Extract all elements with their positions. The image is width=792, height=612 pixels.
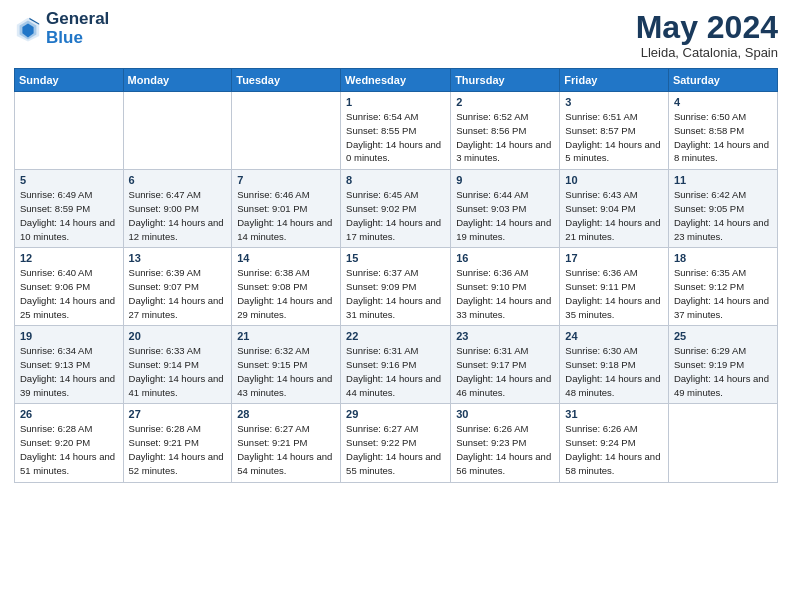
calendar-week-row: 5Sunrise: 6:49 AMSunset: 8:59 PMDaylight…	[15, 170, 778, 248]
day-number: 2	[456, 96, 554, 108]
day-number: 4	[674, 96, 772, 108]
day-number: 16	[456, 252, 554, 264]
calendar-cell: 5Sunrise: 6:49 AMSunset: 8:59 PMDaylight…	[15, 170, 124, 248]
day-info: Sunrise: 6:26 AMSunset: 9:23 PMDaylight:…	[456, 422, 554, 477]
day-number: 26	[20, 408, 118, 420]
day-number: 7	[237, 174, 335, 186]
day-info: Sunrise: 6:47 AMSunset: 9:00 PMDaylight:…	[129, 188, 227, 243]
calendar-cell: 19Sunrise: 6:34 AMSunset: 9:13 PMDayligh…	[15, 326, 124, 404]
day-info: Sunrise: 6:54 AMSunset: 8:55 PMDaylight:…	[346, 110, 445, 165]
calendar-cell: 22Sunrise: 6:31 AMSunset: 9:16 PMDayligh…	[341, 326, 451, 404]
day-number: 31	[565, 408, 663, 420]
calendar-cell: 21Sunrise: 6:32 AMSunset: 9:15 PMDayligh…	[232, 326, 341, 404]
day-number: 5	[20, 174, 118, 186]
calendar-cell: 26Sunrise: 6:28 AMSunset: 9:20 PMDayligh…	[15, 404, 124, 482]
calendar-week-row: 12Sunrise: 6:40 AMSunset: 9:06 PMDayligh…	[15, 248, 778, 326]
day-number: 17	[565, 252, 663, 264]
calendar-cell: 13Sunrise: 6:39 AMSunset: 9:07 PMDayligh…	[123, 248, 232, 326]
day-info: Sunrise: 6:33 AMSunset: 9:14 PMDaylight:…	[129, 344, 227, 399]
calendar-cell: 8Sunrise: 6:45 AMSunset: 9:02 PMDaylight…	[341, 170, 451, 248]
calendar-cell	[668, 404, 777, 482]
day-number: 29	[346, 408, 445, 420]
calendar-cell: 11Sunrise: 6:42 AMSunset: 9:05 PMDayligh…	[668, 170, 777, 248]
calendar-cell: 15Sunrise: 6:37 AMSunset: 9:09 PMDayligh…	[341, 248, 451, 326]
calendar-cell: 29Sunrise: 6:27 AMSunset: 9:22 PMDayligh…	[341, 404, 451, 482]
calendar-week-row: 26Sunrise: 6:28 AMSunset: 9:20 PMDayligh…	[15, 404, 778, 482]
day-number: 9	[456, 174, 554, 186]
day-info: Sunrise: 6:38 AMSunset: 9:08 PMDaylight:…	[237, 266, 335, 321]
title-area: May 2024 Lleida, Catalonia, Spain	[636, 10, 778, 60]
day-info: Sunrise: 6:26 AMSunset: 9:24 PMDaylight:…	[565, 422, 663, 477]
day-info: Sunrise: 6:49 AMSunset: 8:59 PMDaylight:…	[20, 188, 118, 243]
day-number: 23	[456, 330, 554, 342]
logo-text: General Blue	[46, 10, 109, 47]
day-info: Sunrise: 6:45 AMSunset: 9:02 PMDaylight:…	[346, 188, 445, 243]
day-info: Sunrise: 6:40 AMSunset: 9:06 PMDaylight:…	[20, 266, 118, 321]
calendar-cell: 3Sunrise: 6:51 AMSunset: 8:57 PMDaylight…	[560, 92, 669, 170]
day-info: Sunrise: 6:29 AMSunset: 9:19 PMDaylight:…	[674, 344, 772, 399]
day-info: Sunrise: 6:36 AMSunset: 9:10 PMDaylight:…	[456, 266, 554, 321]
calendar-cell: 28Sunrise: 6:27 AMSunset: 9:21 PMDayligh…	[232, 404, 341, 482]
day-number: 10	[565, 174, 663, 186]
day-number: 18	[674, 252, 772, 264]
header: General Blue May 2024 Lleida, Catalonia,…	[14, 10, 778, 60]
day-info: Sunrise: 6:44 AMSunset: 9:03 PMDaylight:…	[456, 188, 554, 243]
calendar-cell: 7Sunrise: 6:46 AMSunset: 9:01 PMDaylight…	[232, 170, 341, 248]
calendar-cell: 16Sunrise: 6:36 AMSunset: 9:10 PMDayligh…	[451, 248, 560, 326]
calendar-cell: 6Sunrise: 6:47 AMSunset: 9:00 PMDaylight…	[123, 170, 232, 248]
day-number: 11	[674, 174, 772, 186]
day-number: 15	[346, 252, 445, 264]
day-number: 20	[129, 330, 227, 342]
day-info: Sunrise: 6:39 AMSunset: 9:07 PMDaylight:…	[129, 266, 227, 321]
calendar-cell: 14Sunrise: 6:38 AMSunset: 9:08 PMDayligh…	[232, 248, 341, 326]
calendar-cell: 30Sunrise: 6:26 AMSunset: 9:23 PMDayligh…	[451, 404, 560, 482]
day-number: 8	[346, 174, 445, 186]
calendar-week-row: 19Sunrise: 6:34 AMSunset: 9:13 PMDayligh…	[15, 326, 778, 404]
day-number: 1	[346, 96, 445, 108]
day-info: Sunrise: 6:32 AMSunset: 9:15 PMDaylight:…	[237, 344, 335, 399]
day-info: Sunrise: 6:34 AMSunset: 9:13 PMDaylight:…	[20, 344, 118, 399]
location: Lleida, Catalonia, Spain	[636, 45, 778, 60]
calendar-cell	[232, 92, 341, 170]
day-info: Sunrise: 6:27 AMSunset: 9:21 PMDaylight:…	[237, 422, 335, 477]
day-info: Sunrise: 6:36 AMSunset: 9:11 PMDaylight:…	[565, 266, 663, 321]
day-number: 30	[456, 408, 554, 420]
day-info: Sunrise: 6:37 AMSunset: 9:09 PMDaylight:…	[346, 266, 445, 321]
day-header-saturday: Saturday	[668, 69, 777, 92]
day-info: Sunrise: 6:31 AMSunset: 9:17 PMDaylight:…	[456, 344, 554, 399]
day-number: 27	[129, 408, 227, 420]
day-info: Sunrise: 6:27 AMSunset: 9:22 PMDaylight:…	[346, 422, 445, 477]
day-info: Sunrise: 6:30 AMSunset: 9:18 PMDaylight:…	[565, 344, 663, 399]
day-info: Sunrise: 6:42 AMSunset: 9:05 PMDaylight:…	[674, 188, 772, 243]
day-info: Sunrise: 6:28 AMSunset: 9:20 PMDaylight:…	[20, 422, 118, 477]
day-header-monday: Monday	[123, 69, 232, 92]
calendar-cell: 9Sunrise: 6:44 AMSunset: 9:03 PMDaylight…	[451, 170, 560, 248]
day-info: Sunrise: 6:35 AMSunset: 9:12 PMDaylight:…	[674, 266, 772, 321]
calendar-cell: 1Sunrise: 6:54 AMSunset: 8:55 PMDaylight…	[341, 92, 451, 170]
day-info: Sunrise: 6:46 AMSunset: 9:01 PMDaylight:…	[237, 188, 335, 243]
calendar-cell: 12Sunrise: 6:40 AMSunset: 9:06 PMDayligh…	[15, 248, 124, 326]
calendar-week-row: 1Sunrise: 6:54 AMSunset: 8:55 PMDaylight…	[15, 92, 778, 170]
day-header-friday: Friday	[560, 69, 669, 92]
day-header-wednesday: Wednesday	[341, 69, 451, 92]
day-number: 19	[20, 330, 118, 342]
calendar-table: SundayMondayTuesdayWednesdayThursdayFrid…	[14, 68, 778, 482]
calendar-header-row: SundayMondayTuesdayWednesdayThursdayFrid…	[15, 69, 778, 92]
calendar-cell: 10Sunrise: 6:43 AMSunset: 9:04 PMDayligh…	[560, 170, 669, 248]
calendar-cell: 17Sunrise: 6:36 AMSunset: 9:11 PMDayligh…	[560, 248, 669, 326]
day-info: Sunrise: 6:51 AMSunset: 8:57 PMDaylight:…	[565, 110, 663, 165]
calendar-cell: 27Sunrise: 6:28 AMSunset: 9:21 PMDayligh…	[123, 404, 232, 482]
calendar-cell	[15, 92, 124, 170]
day-number: 28	[237, 408, 335, 420]
day-number: 21	[237, 330, 335, 342]
calendar-cell: 20Sunrise: 6:33 AMSunset: 9:14 PMDayligh…	[123, 326, 232, 404]
day-header-tuesday: Tuesday	[232, 69, 341, 92]
day-number: 12	[20, 252, 118, 264]
calendar-page: General Blue May 2024 Lleida, Catalonia,…	[0, 0, 792, 612]
day-info: Sunrise: 6:50 AMSunset: 8:58 PMDaylight:…	[674, 110, 772, 165]
day-number: 13	[129, 252, 227, 264]
logo: General Blue	[14, 10, 109, 47]
logo-icon	[14, 15, 42, 43]
calendar-cell: 24Sunrise: 6:30 AMSunset: 9:18 PMDayligh…	[560, 326, 669, 404]
day-number: 24	[565, 330, 663, 342]
